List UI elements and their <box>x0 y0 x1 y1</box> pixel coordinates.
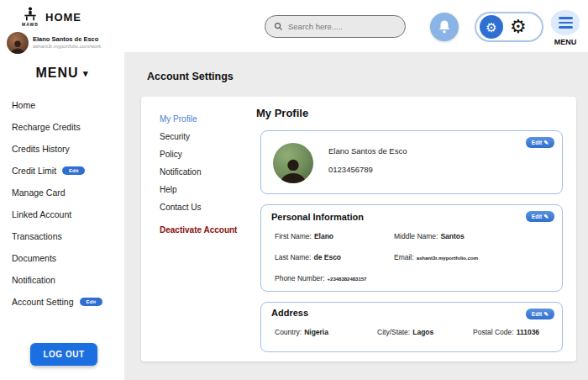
address-edit-button[interactable]: Edit ✎ <box>526 309 554 319</box>
address-title: Address <box>271 308 308 318</box>
sidebar: MAWB HOME Elano Santos de Esco ashant3r.… <box>0 0 124 380</box>
middle-name-field: Middle Name:Santos <box>394 232 465 240</box>
profile-photo <box>273 143 313 183</box>
topbar: ⚙ ⚙ MENU <box>124 0 588 52</box>
account-setting-edit-badge[interactable]: Edit <box>80 298 102 306</box>
last-name-field: Last Name:de Esco <box>275 253 341 261</box>
phone-value: +2348382483157 <box>328 277 367 282</box>
subnav-deactivate-account[interactable]: Deactivate Account <box>160 221 252 239</box>
sidebar-item-transactions[interactable]: Transactions <box>0 225 124 247</box>
city-state-field: City/State:Lagos <box>377 328 433 336</box>
personal-info-edit-button[interactable]: Edit ✎ <box>526 211 554 222</box>
user-avatar <box>7 32 29 54</box>
sidebar-item-documents[interactable]: Documents <box>0 247 124 269</box>
city-state-value: Lagos <box>412 328 433 336</box>
pencil-icon: ✎ <box>543 311 549 318</box>
settings-subnav: My Profile Security Policy Notification … <box>160 110 252 239</box>
sidebar-item-recharge-credits[interactable]: Recharge Credits <box>0 116 124 138</box>
phone-label: Phone Number: <box>275 274 325 282</box>
page-title: Account Settings <box>147 71 234 82</box>
subnav-notification[interactable]: Notification <box>160 163 252 181</box>
subnav-my-profile[interactable]: My Profile <box>160 110 252 128</box>
personal-info-title: Personal Information <box>271 212 364 222</box>
subnav-policy[interactable]: Policy <box>160 145 252 163</box>
sidebar-item-label: Credits History <box>12 144 70 154</box>
country-value: Nigeria <box>304 328 328 336</box>
mawb-logo-icon <box>20 5 40 22</box>
hamburger-menu-icon <box>551 10 580 35</box>
first-name-field: First Name:Elano <box>275 232 333 240</box>
edit-label: Edit <box>532 140 542 145</box>
user-chip[interactable]: Elano Santos de Esco ashant3r.myportfoli… <box>7 32 101 54</box>
sidebar-item-label: Transactions <box>12 231 62 241</box>
sidebar-item-label: Notification <box>12 275 55 285</box>
logo-text: MAWB <box>20 22 40 27</box>
subnav-help[interactable]: Help <box>160 181 252 198</box>
personal-info-card: Personal Information Edit ✎ First Name:E… <box>260 204 563 292</box>
middle-name-label: Middle Name: <box>394 232 438 240</box>
logout-button[interactable]: LOG OUT <box>30 343 97 366</box>
country-field: Country:Nigeria <box>275 328 328 336</box>
sidebar-item-linked-account[interactable]: Linked Account <box>0 203 124 225</box>
postal-code-value: 111036 <box>517 328 539 336</box>
city-state-label: City/State: <box>377 328 410 336</box>
sidebar-item-label: Credit Limit <box>12 166 56 176</box>
home-label[interactable]: HOME <box>45 11 81 24</box>
profile-summary-card: Elano Santos de Esco 0123456789 Edit ✎ <box>260 130 563 194</box>
email-label: Email: <box>394 253 414 261</box>
account-settings-card: My Profile Security Policy Notification … <box>141 97 576 362</box>
section-title: My Profile <box>256 107 308 119</box>
subnav-contact-us[interactable]: Contact Us <box>160 198 252 216</box>
edit-label: Edit <box>532 214 542 219</box>
address-card: Address Edit ✎ Country:Nigeria City/Stat… <box>260 302 563 352</box>
sidebar-item-label: Documents <box>12 253 56 263</box>
postal-code-label: Postal Code: <box>473 328 514 336</box>
last-name-label: Last Name: <box>275 253 311 261</box>
top-menu-button[interactable]: MENU <box>549 10 582 46</box>
gear-icon[interactable]: ⚙ <box>510 18 527 36</box>
profile-phone: 0123456789 <box>328 165 373 174</box>
phone-field: Phone Number:+2348382483157 <box>275 274 366 282</box>
postal-code-field: Postal Code:111036 <box>473 328 539 336</box>
chevron-down-icon: ▾ <box>83 68 89 78</box>
sidebar-item-notification[interactable]: Notification <box>0 269 124 291</box>
credit-limit-edit-badge[interactable]: Edit <box>62 166 85 175</box>
bell-icon <box>437 19 452 34</box>
pencil-icon: ✎ <box>543 214 549 220</box>
sidebar-items: Home Recharge Credits Credits History Cr… <box>0 94 124 313</box>
profile-edit-button[interactable]: Edit ✎ <box>526 137 554 148</box>
search-bar[interactable] <box>265 15 406 38</box>
sidebar-item-home[interactable]: Home <box>0 94 124 116</box>
first-name-label: First Name: <box>275 232 312 240</box>
first-name-value: Elano <box>314 232 333 240</box>
user-chip-subtitle: ashant3r.myportfolio.com/work <box>33 44 101 50</box>
sidebar-item-label: Recharge Credits <box>12 122 81 132</box>
sidebar-item-label: Account Setting <box>12 297 74 307</box>
email-value: ashant3r.myportfolio.com <box>417 256 478 261</box>
sidebar-menu-toggle[interactable]: MENU ▾ <box>0 66 124 81</box>
sidebar-item-manage-card[interactable]: Manage Card <box>0 182 124 203</box>
notifications-button[interactable] <box>430 13 459 41</box>
app-logo[interactable]: MAWB <box>20 5 40 27</box>
search-input[interactable] <box>288 22 396 31</box>
edit-label: Edit <box>532 311 542 317</box>
pencil-icon: ✎ <box>543 140 549 146</box>
subnav-security[interactable]: Security <box>160 128 252 145</box>
sidebar-item-label: Linked Account <box>12 209 71 219</box>
sidebar-menu-label: MENU <box>35 66 78 80</box>
last-name-value: de Esco <box>313 253 341 261</box>
email-field: Email:ashant3r.myportfolio.com <box>394 253 478 261</box>
top-menu-label: MENU <box>549 38 582 46</box>
settings-toggle-pill[interactable]: ⚙ ⚙ <box>475 12 543 42</box>
main-content: Account Settings My Profile Security Pol… <box>124 52 588 380</box>
sidebar-item-credits-history[interactable]: Credits History <box>0 138 124 160</box>
profile-name: Elano Santos de Esco <box>328 146 407 156</box>
sidebar-item-credit-limit[interactable]: Credit Limit Edit <box>0 160 124 182</box>
sidebar-item-account-setting[interactable]: Account Setting Edit <box>0 291 124 313</box>
user-chip-name: Elano Santos de Esco <box>33 35 101 44</box>
settings-icon[interactable]: ⚙ <box>480 15 503 39</box>
sidebar-item-label: Home <box>12 100 35 110</box>
search-icon <box>274 22 283 31</box>
middle-name-value: Santos <box>440 232 464 240</box>
country-label: Country: <box>275 328 302 336</box>
